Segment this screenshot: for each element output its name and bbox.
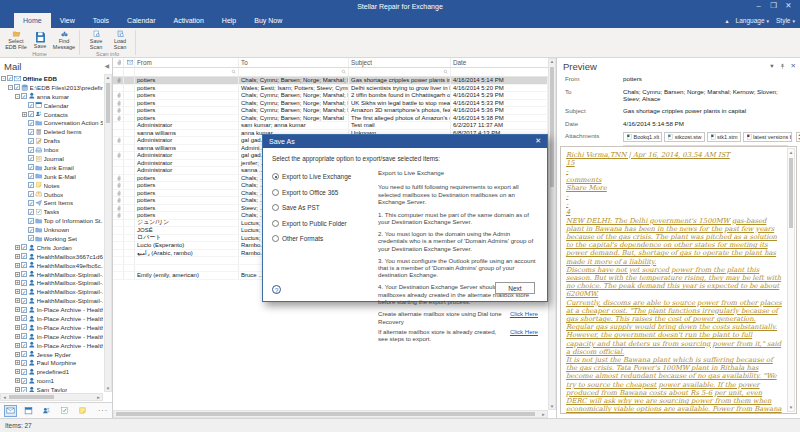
tree-item[interactable]: + Jesse Ryder <box>1 350 103 359</box>
type-column-icon[interactable] <box>124 58 135 67</box>
scroll-down-icon[interactable]: ▼ <box>549 404 555 409</box>
scroll-up-icon[interactable]: ▲ <box>788 150 794 155</box>
menu-tab[interactable]: View <box>51 13 84 28</box>
tree-item[interactable]: Unknown <box>1 225 103 234</box>
tree-expander-icon[interactable]: + <box>15 387 20 392</box>
tree-expander-icon[interactable]: + <box>15 325 20 330</box>
filter-from[interactable] <box>135 68 239 76</box>
tree-item[interactable]: Notes <box>1 181 103 190</box>
module-icon[interactable] <box>22 405 35 417</box>
tree-checkbox[interactable] <box>21 342 27 348</box>
column-header-subject[interactable]: Subject <box>349 58 451 67</box>
tree-item[interactable]: + HealthMailbox-Stplmail-... <box>1 270 103 279</box>
scroll-down-icon[interactable]: ▼ <box>105 386 111 391</box>
menu-tab[interactable]: Home <box>14 13 51 28</box>
tree-expander-icon[interactable]: + <box>22 112 27 117</box>
table-row[interactable]: potters Chals; Cymru; Barsen; Norge; Mar… <box>113 115 548 123</box>
tree-item[interactable]: Journal <box>1 154 103 163</box>
tree-checkbox[interactable] <box>7 75 13 81</box>
close-icon[interactable]: ✕ <box>781 0 796 13</box>
table-row[interactable]: potters Chals; Cymru; Barsen; Norge; Mar… <box>113 100 548 108</box>
sidebar-vertical-scrollbar[interactable]: ▲ ▼ <box>104 74 112 392</box>
tree-expander-icon[interactable]: + <box>15 289 20 294</box>
style-menu[interactable]: Style <box>776 17 795 24</box>
tree-item[interactable]: Drafts <box>1 136 103 145</box>
filter-date[interactable] <box>451 68 556 76</box>
tree-expander-icon[interactable]: - <box>15 94 20 99</box>
tree-checkbox[interactable] <box>21 298 27 304</box>
tree-checkbox[interactable] <box>21 387 27 392</box>
tree-item[interactable]: Inbox <box>1 145 103 154</box>
column-header-from[interactable]: From <box>135 58 239 67</box>
tree-checkbox[interactable] <box>21 351 27 357</box>
pin-icon[interactable] <box>779 63 786 70</box>
tree-item[interactable]: Working Set <box>1 234 103 243</box>
menu-tab[interactable]: Help <box>213 13 245 28</box>
attachment-chip[interactable]: Bookq1.xlt <box>623 132 662 142</box>
tree-item[interactable]: + HealthMailbox-Stplmail-... <box>1 278 103 287</box>
table-row[interactable]: potters Chals; Cymru; Barsen; Norge; Mar… <box>113 92 548 100</box>
tree-item[interactable]: + In-Place Archive - Healthl... <box>1 341 103 350</box>
tree-item[interactable]: Deleted Items <box>1 127 103 136</box>
click-here-link[interactable]: Click Here <box>510 328 538 343</box>
preview-menu-caret-icon[interactable]: ▾ <box>770 62 773 70</box>
tree-checkbox[interactable] <box>21 378 27 384</box>
tree-checkbox[interactable] <box>21 244 27 250</box>
tree-item[interactable]: Outbox <box>1 190 103 199</box>
tree-checkbox[interactable] <box>21 262 27 268</box>
tree-item[interactable]: - Offline EDB <box>1 74 103 83</box>
tree-item[interactable]: + Paul Morphine <box>1 359 103 368</box>
export-option-radio[interactable]: Export to Office 365 <box>272 185 378 201</box>
tree-expander-icon[interactable]: + <box>15 298 20 303</box>
table-row[interactable]: potters Chals; Cymru; Barsen; Norge; Mar… <box>113 77 548 85</box>
tree-checkbox[interactable] <box>28 111 34 117</box>
tree-expander-icon[interactable]: + <box>15 263 20 268</box>
tree-checkbox[interactable] <box>21 93 27 99</box>
more-modules-icon[interactable]: ··· <box>98 407 108 414</box>
tree-item[interactable]: Conversation Action S... <box>1 118 103 127</box>
column-header-to[interactable]: To <box>239 58 349 67</box>
tree-checkbox[interactable] <box>21 271 27 277</box>
tree-checkbox[interactable] <box>28 147 34 153</box>
tree-checkbox[interactable] <box>28 173 34 179</box>
collapse-sidebar-icon[interactable]: ◀ <box>104 62 109 69</box>
tree-item[interactable]: + HealthMailbox49efbc6c... <box>1 261 103 270</box>
scroll-up-icon[interactable]: ▲ <box>105 75 111 80</box>
scroll-up-icon[interactable]: ▲ <box>549 59 555 64</box>
attachment-column-icon[interactable] <box>113 58 124 67</box>
tree-expander-icon[interactable]: + <box>15 360 20 365</box>
tree-expander-icon[interactable]: + <box>15 352 20 357</box>
tree-expander-icon[interactable]: + <box>15 369 20 374</box>
language-menu[interactable]: Language <box>736 17 769 24</box>
tree-checkbox[interactable] <box>21 289 27 295</box>
tree-checkbox[interactable] <box>21 360 27 366</box>
tree-item[interactable]: - anna kumar <box>1 92 103 101</box>
tree-expander-icon[interactable]: + <box>15 280 20 285</box>
dialog-close-icon[interactable]: ✕ <box>535 135 541 147</box>
ribbon-button[interactable]: Find Message <box>52 29 76 50</box>
tree-item[interactable]: Top of Information St... <box>1 216 103 225</box>
tree-checkbox[interactable] <box>21 280 27 286</box>
attachment-spinner[interactable]: ▲▼ <box>796 132 800 142</box>
column-header-date[interactable]: Date <box>451 58 556 67</box>
tree-item[interactable]: Sent Items <box>1 198 103 207</box>
tree-checkbox[interactable] <box>28 120 34 126</box>
menu-tab[interactable]: Buy Now <box>245 13 291 28</box>
body-vertical-scrollbar[interactable]: ▲ ▼ <box>787 148 795 412</box>
table-row[interactable]: Administrator sam kumar; anna kumar Test… <box>113 122 548 130</box>
tree-checkbox[interactable] <box>28 155 34 161</box>
attachment-chip[interactable]: stkcost.stw <box>664 132 704 142</box>
tree-checkbox[interactable] <box>14 84 20 90</box>
tree-checkbox[interactable] <box>28 227 34 233</box>
tree-expander-icon[interactable]: + <box>15 343 20 348</box>
tree-checkbox[interactable] <box>21 307 27 313</box>
tree-checkbox[interactable] <box>28 164 34 170</box>
export-option-radio[interactable]: Export to Public Folder <box>272 216 378 232</box>
tree-checkbox[interactable] <box>21 315 27 321</box>
tree-checkbox[interactable] <box>28 138 34 144</box>
next-button[interactable]: Next <box>495 282 535 294</box>
radio-icon[interactable] <box>272 189 279 196</box>
module-icon[interactable] <box>4 405 17 417</box>
tree-checkbox[interactable] <box>21 369 27 375</box>
help-icon[interactable]: ? <box>272 285 281 294</box>
